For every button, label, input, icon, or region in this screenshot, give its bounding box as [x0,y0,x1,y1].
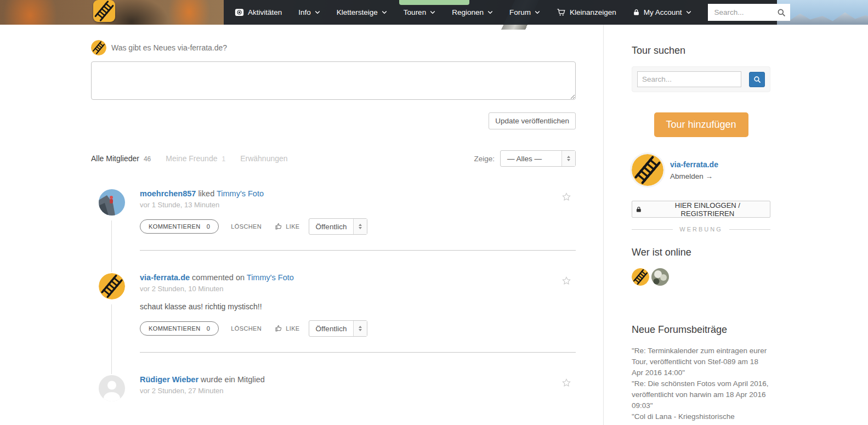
tab-alle-mitglieder[interactable]: Alle Mitglieder 46 [91,154,151,163]
feed-user-link[interactable]: Rüdiger Wieber [140,375,198,384]
publish-update-button[interactable]: Update veröffentlichen [489,112,576,129]
nav-label: My Account [644,8,682,16]
chevron-down-icon [487,10,493,14]
privacy-select[interactable]: Öffentlich [309,320,368,337]
online-user-avatar[interactable] [632,268,649,286]
navbar-search-input[interactable] [713,8,777,17]
tab-label: Alle Mitglieder [91,154,139,163]
compose-avatar [91,40,106,55]
delete-button[interactable]: LÖSCHEN [231,223,262,230]
comment-text: schaut klasse aus! richtig mystisch!! [140,302,576,311]
favorite-star-icon[interactable] [561,192,571,204]
notification-tab [399,0,469,5]
tour-search-button[interactable] [749,72,765,87]
feed-timestamp: vor 2 Stunden, 10 Minuten [140,285,576,293]
default-user-avatar [99,375,125,401]
user-avatar[interactable] [632,154,663,186]
feed-timestamp: vor 1 Stunde, 13 Minuten [140,201,576,209]
cart-icon [557,8,566,17]
nav-item-klettersteige[interactable]: Klettersteige [337,8,387,16]
compose-header: Was gibt es Neues via-ferrata.de? [91,40,576,55]
online-users [632,268,770,286]
feed-action-text: wurde ein Mitglied [201,375,265,384]
tab-count: 1 [222,155,225,163]
nav-label: Info [298,8,311,16]
lock-icon [633,8,640,16]
tour-search-input[interactable] [637,71,741,87]
main-navbar: Aktivitäten Info Klettersteige Touren Re… [224,0,777,25]
nav-label: Touren [404,8,426,16]
search-icon[interactable] [777,8,786,17]
site-logo[interactable] [93,0,115,22]
feed-timestamp: vor 2 Stunden, 27 Minuten [140,387,576,395]
site-header: Aktivitäten Info Klettersteige Touren Re… [0,0,868,25]
header-photo-mountains [777,0,868,25]
feed-object-link[interactable]: Timmy's Foto [247,273,294,282]
right-sidebar: Tour suchen Tour hinzufügen [603,25,868,425]
comment-button[interactable]: KOMMENTIEREN 0 [140,321,219,336]
forum-posts-list: "Re: Terminkalender zum eintragen eurer … [632,345,770,425]
online-user-avatar[interactable] [651,268,669,286]
like-button[interactable]: LIKE [275,223,299,230]
like-label: LIKE [286,223,299,230]
nav-item-regionen[interactable]: Regionen [452,8,493,16]
user-avatar[interactable] [99,375,125,401]
forum-post[interactable]: "Re: Terminkalender zum eintragen eurer … [632,345,770,378]
climber-photo-avatar [99,189,125,216]
comment-button[interactable]: KOMMENTIEREN 0 [140,219,219,234]
show-filter-select[interactable]: — Alles — [500,150,576,167]
new-forum-posts-title: Neue Forumsbeiträge [632,324,770,336]
user-avatar[interactable] [99,273,125,299]
feed-user-link[interactable]: moehrchen857 [140,189,196,198]
privacy-select[interactable]: Öffentlich [309,218,368,235]
nav-item-aktivitaeten[interactable]: Aktivitäten [235,8,282,17]
sidebar-user-link[interactable]: via-ferrata.de [670,160,718,169]
favorite-star-icon[interactable] [561,378,571,390]
comment-count: 0 [207,223,211,230]
tab-label: Erwähnungen [240,154,287,163]
ladder-logo-avatar [99,273,125,299]
login-label: HIER EINLOGGEN / REGISTRIEREN [649,201,767,218]
login-register-button[interactable]: HIER EINLOGGEN / REGISTRIEREN [632,201,770,218]
ladder-logo-avatar [632,154,663,186]
like-button[interactable]: LIKE [275,325,299,332]
chevron-down-icon [535,10,540,14]
user-avatar[interactable] [99,189,125,216]
logout-link[interactable]: Abmelden → [670,172,718,180]
compose-textarea[interactable] [91,61,576,100]
nav-label: Kleinanzeigen [570,8,616,16]
nav-item-touren[interactable]: Touren [404,8,435,16]
sidebar-user: via-ferrata.de Abmelden → [632,154,770,186]
thumb-up-icon [275,325,282,332]
nav-item-my-account[interactable]: My Account [633,8,691,16]
nav-item-forum[interactable]: Forum [509,8,540,16]
forum-post[interactable]: "Re: Die schönsten Fotos vom April 2016,… [632,378,770,411]
activity-main: Was gibt es Neues via-ferrata.de? Update… [91,25,576,395]
delete-button[interactable]: LÖSCHEN [231,325,262,332]
feed-item: via-ferrata.de commented on Timmy's Foto… [91,270,576,353]
add-tour-button[interactable]: Tour hinzufügen [654,112,748,137]
feed-item: moehrchen857 liked Timmy's Foto vor 1 St… [91,186,576,251]
tab-count: 46 [144,155,151,163]
tab-erwaehnungen[interactable]: Erwähnungen [240,154,287,163]
feed-item: Rüdiger Wieber wurde ein Mitglied vor 2 … [91,372,576,395]
nav-item-info[interactable]: Info [298,8,320,16]
feed-object-link[interactable]: Timmy's Foto [217,189,264,198]
chevron-down-icon [382,10,387,14]
comment-label: KOMMENTIEREN [149,325,201,332]
nav-item-kleinanzeigen[interactable]: Kleinanzeigen [557,8,616,17]
feed-user-link[interactable]: via-ferrata.de [140,273,190,282]
navbar-search [708,4,790,21]
activity-feed: moehrchen857 liked Timmy's Foto vor 1 St… [91,186,576,395]
tab-label: Meine Freunde [166,154,217,163]
select-value: Öffentlich [309,321,354,336]
favorite-star-icon[interactable] [561,276,571,288]
chevron-down-icon [315,10,320,14]
tab-meine-freunde[interactable]: Meine Freunde 1 [166,154,225,163]
ladder-logo-icon [91,40,106,55]
ladder-logo-avatar [632,268,649,286]
forum-post[interactable]: "Col di Lana - Kriegshistorische Jubiläu… [632,411,770,425]
chevron-down-icon [430,10,435,14]
nav-label: Klettersteige [337,8,378,16]
select-arrows-icon [353,321,367,336]
